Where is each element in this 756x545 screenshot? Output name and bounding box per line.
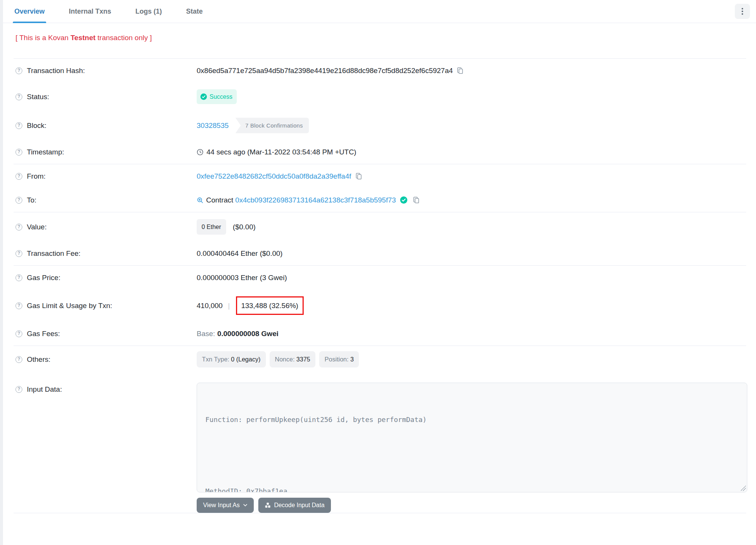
tab-logs-label: Logs (1) [135,8,162,16]
value-label: Value: [27,222,47,232]
help-icon[interactable]: ? [16,149,22,156]
row-gas-price: ? Gas Price: 0.000000003 Ether (3 Gwei) [13,266,747,290]
value-ether-badge: 0 Ether [197,219,226,235]
gas-used-value: 133,488 (32.56%) [241,302,298,310]
clock-icon [197,149,203,156]
copy-icon [355,173,362,180]
row-to: ? To: Contract 0x4cb093f226983713164a621… [13,188,747,212]
help-icon[interactable]: ? [16,122,22,129]
position-label: Position: [324,356,348,363]
help-icon[interactable]: ? [16,274,22,281]
to-contract-word: Contract [206,195,233,205]
transaction-hash-label: Transaction Hash: [27,65,85,76]
tab-overview-label: Overview [14,8,45,16]
copy-hash-button[interactable] [456,67,464,74]
row-timestamp: ? Timestamp: 44 secs ago (Mar-11-2022 03… [13,140,747,164]
gas-price-label: Gas Price: [27,272,61,283]
gas-base-value: 0.000000008 Gwei [217,329,279,339]
row-value: ? Value: 0 Ether ($0.00) [13,212,747,241]
row-block: ? Block: 30328535 7 Block Confirmations [13,111,747,140]
nonce-value: 3375 [297,356,310,363]
row-transaction-fee: ? Transaction Fee: 0.000400464 Ether ($0… [13,241,747,265]
testnet-warning-pre: [ This is a Kovan [16,34,70,42]
tab-overview[interactable]: Overview [13,0,46,23]
help-icon[interactable]: ? [16,67,22,74]
help-icon[interactable]: ? [16,250,22,257]
value-usd: ($0.00) [233,222,256,232]
copy-to-button[interactable] [413,196,420,204]
to-label: To: [27,195,36,205]
block-confirmations-badge: 7 Block Confirmations [236,118,309,133]
row-transaction-hash: ? Transaction Hash: 0x86ed5a771e725aa94d… [13,59,747,83]
nonce-badge: Nonce: 3375 [270,351,316,367]
transaction-detail-card: Overview Internal Txns Logs (1) State [ … [3,0,756,545]
copy-icon [413,196,420,204]
kebab-icon [742,8,743,9]
tab-internal-txns-label: Internal Txns [69,8,111,16]
tab-logs[interactable]: Logs (1) [134,0,163,23]
others-label: Others: [27,354,50,364]
testnet-warning: [ This is a Kovan Testnet transaction on… [13,23,747,58]
magnifier-plus-icon[interactable] [197,197,203,204]
tab-internal-txns[interactable]: Internal Txns [67,0,113,23]
gas-fees-label: Gas Fees: [27,329,60,339]
to-address-link[interactable]: 0x4cb093f226983713164a62138c3f718a5b595f… [235,195,396,205]
position-badge: Position: 3 [319,351,359,367]
decode-input-data-button[interactable]: Decode Input Data [258,498,331,513]
tab-state-label: State [186,8,203,16]
decode-input-data-label: Decode Input Data [274,502,324,509]
input-data-label: Input Data: [27,384,62,394]
input-data-actions: View Input As Decode Input Data [197,498,747,513]
tab-state[interactable]: State [185,0,204,23]
block-number-link[interactable]: 30328535 [197,120,229,131]
gas-price-value: 0.000000003 Ether (3 Gwei) [197,272,287,283]
help-icon[interactable]: ? [16,197,22,204]
row-status: ? Status: Success [13,83,747,111]
row-input-data: ? Input Data: Function: performUpkeep(ui… [13,373,747,492]
cubes-icon [265,502,271,508]
tab-bar: Overview Internal Txns Logs (1) State [3,0,756,23]
copy-icon [456,67,464,74]
divider [14,513,746,513]
status-text: Success [210,92,232,102]
testnet-warning-post: transaction only ] [96,34,152,42]
txn-type-badge: Txn Type: 0 (Legacy) [197,351,266,367]
position-value: 3 [350,356,354,363]
help-icon[interactable]: ? [16,93,22,100]
from-label: From: [27,171,46,181]
gas-base-label: Base: [197,329,215,339]
help-icon[interactable]: ? [16,224,22,230]
view-input-as-button[interactable]: View Input As [197,498,254,513]
row-from: ? From: 0xfee7522e8482682cf50ddc50a0f8da… [13,164,747,188]
help-icon[interactable]: ? [16,173,22,180]
copy-from-button[interactable] [355,173,362,180]
more-options-button[interactable] [735,4,750,19]
view-input-as-label: View Input As [203,502,240,509]
transaction-hash-value: 0x86ed5a771e725aa94d5b7fa2398e4419e216d8… [197,65,453,76]
gas-limit-value: 410,000 [197,301,223,311]
help-icon[interactable]: ? [16,386,22,393]
input-data-methodid-line: MethodID: 0x7bbaf1ea [205,485,739,492]
transaction-fee-value: 0.000400464 Ether ($0.00) [197,248,283,258]
row-gas-fees: ? Gas Fees: Base: 0.000000008 Gwei [13,322,747,346]
timestamp-label: Timestamp: [27,147,64,157]
input-data-textarea[interactable]: Function: performUpkeep(uint256 id, byte… [197,383,747,492]
testnet-warning-bold: Testnet [70,34,95,42]
help-icon[interactable]: ? [16,302,22,309]
help-icon[interactable]: ? [16,356,22,363]
verified-check-icon [400,196,407,204]
gas-limit-label: Gas Limit & Usage by Txn: [27,301,112,311]
timestamp-value: 44 secs ago (Mar-11-2022 03:54:48 PM +UT… [206,147,356,157]
status-label: Status: [27,92,49,102]
help-icon[interactable]: ? [16,330,22,337]
textarea-resize-handle[interactable] [740,486,746,491]
txn-type-label: Txn Type: [202,356,229,363]
transaction-fee-label: Transaction Fee: [27,248,81,258]
row-others: ? Others: Txn Type: 0 (Legacy) Nonce: 33… [13,346,747,373]
block-label: Block: [27,120,47,131]
txn-type-value: 0 (Legacy) [231,356,261,363]
status-badge: Success [197,89,237,104]
gas-separator: | [228,301,230,311]
row-gas-limit-usage: ? Gas Limit & Usage by Txn: 410,000 | 13… [13,290,747,322]
from-address-link[interactable]: 0xfee7522e8482682cf50ddc50a0f8da2a39effa… [197,171,351,181]
